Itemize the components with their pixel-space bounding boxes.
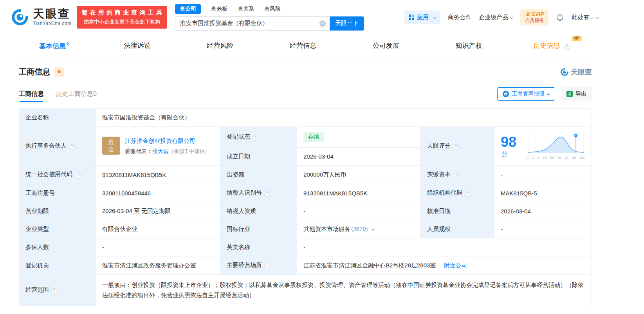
monitor-bell-button[interactable]: [54, 67, 64, 77]
tab-operating-risk[interactable]: 经营风险: [179, 41, 262, 50]
main-content: 工商信息 天眼查 工商信息 历史工商信息0: [19, 67, 592, 306]
partner-company-link[interactable]: 江苏淮金创业投资有限公司: [125, 137, 195, 144]
tianyancha-watermark-icon: [560, 68, 569, 76]
field-value-business-scope: 一般项目：创业投资（限投资未上市企业）；股权投资；以私募基金从事股权投资、投资管…: [96, 275, 592, 306]
table-row: 登记机关 淮安市清江浦区政务服务管理办公室 主要经营场所? 江苏省淮安市清江浦区…: [19, 256, 592, 275]
export-button[interactable]: X 导出: [561, 87, 592, 101]
apps-label: 应用: [417, 14, 429, 21]
watermark-logo: 天眼查: [560, 67, 592, 77]
crown-icon: ♛: [525, 11, 531, 17]
help-icon[interactable]: ?: [453, 173, 459, 179]
field-label-capital: 出资额: [220, 166, 297, 184]
representative-source: （来源于中基协）: [169, 148, 209, 154]
business-cooperation-link[interactable]: 商务合作: [448, 14, 471, 21]
subtab-history-business-info[interactable]: 历史工商信息0: [56, 90, 97, 102]
help-icon[interactable]: ?: [264, 263, 270, 269]
excel-icon: X: [566, 91, 573, 97]
section-title: 工商信息: [19, 67, 50, 77]
score-distribution-chart: 0131550859799100: [527, 132, 585, 160]
tianyan-score-value: 98分: [501, 134, 523, 159]
help-icon[interactable]: ?: [51, 288, 57, 294]
tianyancha-logo[interactable]: 天眼查 TianYanCha.com: [11, 8, 71, 26]
field-label-approval-date: 核准日期: [421, 202, 494, 220]
tab-intellectual-property[interactable]: 知识产权: [428, 41, 511, 50]
partner-representative: 委派代表：张天雷（来源于中基协）: [125, 147, 209, 155]
arrow-right-icon: ▸: [547, 92, 550, 97]
tab-company-development[interactable]: 公司发展: [345, 41, 428, 50]
bell-icon: [56, 69, 62, 75]
status-badge: 存续: [303, 132, 324, 142]
help-icon[interactable]: ?: [253, 135, 258, 141]
search-tab-relation[interactable]: 查关系: [238, 5, 254, 13]
nearby-companies-link[interactable]: 附近公司: [444, 262, 467, 269]
search-input[interactable]: [175, 16, 330, 31]
partner-avatar[interactable]: 淮金: [102, 137, 120, 155]
search-tab-boss[interactable]: 查老板: [211, 5, 227, 13]
search-tabs: 查公司 查老板 查关系 查风险: [175, 4, 364, 14]
field-value-reg-authority: 淮安市清江浦区政务服务管理办公室: [96, 256, 220, 275]
brand-domain: TianYanCha.com: [33, 21, 71, 26]
field-value-capital: 200000万人民币: [297, 166, 421, 184]
field-label-business-address: 主要经营场所?: [220, 256, 297, 275]
field-label-tianyan-score: 天眼评分?: [421, 127, 494, 166]
field-value-english-name: -: [297, 238, 592, 256]
table-row: 营业期限 2026-03-04 至 无固定期限 纳税人资质 - 核准日期 202…: [19, 202, 592, 220]
search-tab-company[interactable]: 查公司: [175, 4, 201, 14]
help-icon[interactable]: ?: [564, 44, 570, 50]
section-header: 工商信息 天眼查: [19, 67, 592, 77]
subtab-business-info[interactable]: 工商信息: [19, 90, 44, 102]
promo-banner[interactable]: 都 在 用 的 商 业 查 询 工 具 国家中小企业发展子基金旗下机构: [77, 6, 167, 29]
help-icon[interactable]: ?: [453, 144, 459, 150]
search-block: 查公司 查老板 查关系 查风险 × 天眼一下: [175, 4, 364, 31]
top-bar: 天眼查 TianYanCha.com 都 在 用 的 商 业 查 询 工 具 国…: [0, 0, 644, 34]
field-label-company-type: 企业类型: [19, 220, 96, 238]
help-icon[interactable]: ?: [264, 191, 270, 197]
logo-text: 天眼查 TianYanCha.com: [33, 8, 71, 26]
field-value-registration-status: 存续: [297, 127, 421, 148]
apps-grid-icon: [409, 14, 414, 20]
industry-code: (J679): [351, 226, 368, 232]
score-curve-chart: [527, 132, 585, 154]
field-value-company-type: 有限合伙企业: [96, 220, 220, 238]
tab-basic-info[interactable]: 基本信息8: [13, 41, 96, 51]
field-label-paid-capital: 实缴资本?: [421, 166, 494, 184]
svip-membership-button[interactable]: ♛ SVIP 会员服务: [520, 9, 548, 26]
field-value-paid-capital: -: [494, 166, 592, 184]
chevron-down-icon: [433, 16, 437, 19]
table-row: 企业名称 淮安市国淮投资基金（有限合伙）: [19, 109, 592, 127]
help-icon[interactable]: ?: [75, 173, 81, 179]
field-label-establish-date: 成立日期: [220, 148, 297, 166]
notification-bell-icon[interactable]: [556, 13, 564, 22]
field-value-taxpayer-quality: -: [297, 202, 421, 220]
field-label-registration-status: 登记状态?: [220, 127, 297, 148]
apps-menu[interactable]: 应用: [404, 11, 440, 24]
svip-title: ♛ SVIP: [525, 11, 544, 18]
field-value-tianyan-score: 98分: [494, 127, 592, 166]
enterprise-products-link[interactable]: 企业级产品: [479, 14, 513, 21]
field-value-credit-code: 91320811MAK815QB5K: [96, 166, 220, 184]
tab-legal-proceedings[interactable]: 法律诉讼: [96, 41, 179, 50]
official-snapshot-button[interactable]: 工商官网快照 ▸: [497, 87, 555, 101]
field-label-staff-size: 人员规模: [421, 220, 494, 238]
tab-history-info[interactable]: VIP 历史信息 ?: [510, 41, 593, 50]
search-tab-risk[interactable]: 查风险: [264, 5, 281, 13]
table-row: 经营范围? 一般项目：创业投资（限投资未上市企业）；股权投资；以私募基金从事股权…: [19, 275, 592, 306]
field-value-business-term: 2026-03-04 至 无固定期限: [96, 202, 220, 220]
tab-operating-info[interactable]: 经营信息: [262, 41, 345, 50]
help-icon[interactable]: ?: [465, 191, 471, 197]
help-icon[interactable]: ?: [69, 144, 75, 150]
tianyancha-logo-icon: [11, 8, 29, 26]
primary-nav: 基本信息8 法律诉讼 经营风险 经营信息 公司发展 知识产权 VIP 历史信息 …: [13, 35, 593, 56]
field-value-establish-date: 2026-03-04: [297, 148, 421, 166]
representative-link[interactable]: 张天雷: [152, 148, 169, 154]
search-button[interactable]: 天眼一下: [330, 16, 364, 31]
field-value-business-address: 江苏省淮安市清江浦区金融中心B2号楼28层2803室 附近公司: [297, 256, 592, 275]
field-value-staff-size: -: [494, 220, 592, 238]
account-menu[interactable]: 此处有...: [572, 14, 599, 21]
clear-search-icon[interactable]: ×: [319, 20, 326, 27]
field-value-approval-date: 2026-03-04: [494, 202, 592, 220]
field-value-industry: 其他资本市场服务(J679): [297, 220, 421, 238]
chevron-down-icon: [596, 16, 599, 19]
table-row: 企业类型 有限合伙企业 国标行业 其他资本市场服务(J679) 人员规模 -: [19, 220, 592, 238]
chevron-down-icon[interactable]: [371, 227, 374, 231]
